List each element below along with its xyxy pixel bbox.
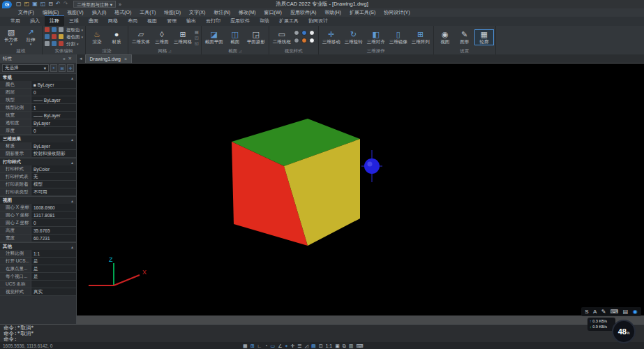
- visual-style-swatch[interactable]: [301, 30, 307, 36]
- ribbon-tab[interactable]: 插入: [25, 16, 45, 26]
- workspace-dropdown[interactable]: 二维草图与注释 ▾: [73, 1, 116, 8]
- property-row[interactable]: 在原点显... 是: [0, 265, 76, 273]
- status-toggle-icon[interactable]: ▣: [335, 343, 340, 349]
- status-toggle-icon[interactable]: ◔: [264, 343, 267, 349]
- ribbon-button[interactable]: ▦ 轮廓: [475, 30, 493, 45]
- ribbon-button[interactable]: 提取边 ▾: [66, 27, 83, 34]
- status-toggle-icon[interactable]: ∠: [278, 343, 282, 349]
- ribbon-button[interactable]: 分割 ▾: [66, 41, 83, 47]
- ribbon-tab[interactable]: 布局: [123, 16, 142, 26]
- ribbon-tab[interactable]: 常用: [6, 16, 25, 26]
- property-value[interactable]: —— ByLayer: [31, 112, 76, 119]
- property-row[interactable]: 打印样式表 无: [0, 173, 76, 181]
- solid-edit-icon[interactable]: [45, 41, 50, 46]
- property-row[interactable]: 打印表类型 不可用: [0, 188, 76, 196]
- ribbon-button[interactable]: ◪ 截面平面: [204, 30, 225, 45]
- ime-icon[interactable]: S: [585, 309, 588, 315]
- ribbon-button[interactable]: ◧ 三维对齐: [366, 30, 387, 45]
- property-row[interactable]: 透明度 ByLayer: [0, 119, 76, 127]
- menu-item[interactable]: 帮助(H): [320, 9, 345, 16]
- menu-item[interactable]: 视图(V): [63, 9, 87, 16]
- ribbon-button[interactable]: ⊞ 三维网格: [172, 30, 193, 45]
- ribbon-button[interactable]: ▧ 长方体 ▾: [2, 28, 20, 46]
- palette-close-icon[interactable]: ✕: [67, 56, 73, 61]
- dialog-launcher-icon[interactable]: ◿: [239, 49, 241, 53]
- property-value[interactable]: 真实: [31, 288, 76, 295]
- ribbon-button[interactable]: ✛ 三维移动: [321, 30, 342, 45]
- menu-item[interactable]: 插入(I): [88, 9, 111, 16]
- property-value[interactable]: 60.7231: [31, 235, 76, 242]
- status-toggle-icon[interactable]: ∟: [257, 343, 262, 349]
- property-value[interactable]: 不可用: [31, 188, 76, 195]
- ribbon-button[interactable]: ✎ 图形: [456, 30, 474, 45]
- dialog-launcher-icon[interactable]: ◿: [168, 49, 171, 53]
- property-row[interactable]: 打印表附着 模型: [0, 181, 76, 188]
- gizmo-sphere[interactable]: [364, 158, 380, 174]
- ribbon-button[interactable]: ◉ 视图: [436, 30, 454, 45]
- ribbon-tab[interactable]: 视图: [142, 16, 162, 26]
- menu-item[interactable]: 扩展工具(S): [345, 9, 380, 16]
- property-row[interactable]: 图层 0: [0, 89, 76, 96]
- ribbon-tab[interactable]: 协同设计: [304, 16, 333, 26]
- mesh-side-icon[interactable]: ▤: [195, 29, 199, 34]
- qat-more-icon[interactable]: »: [119, 2, 121, 7]
- ribbon-tab[interactable]: 网格: [103, 16, 123, 26]
- visual-style-swatch[interactable]: [294, 38, 299, 43]
- ime-icon[interactable]: ◉: [633, 309, 638, 315]
- command-prompt[interactable]: 命令:: [3, 336, 644, 342]
- property-value[interactable]: 0: [31, 219, 76, 226]
- property-row[interactable]: UCS 名称: [0, 281, 76, 288]
- ime-icon[interactable]: ▤: [623, 309, 629, 315]
- quick-select-icon[interactable]: ⊞: [59, 64, 66, 72]
- property-row[interactable]: 厚度 0: [0, 127, 76, 135]
- ribbon-button[interactable]: ◊ 三维面: [153, 30, 171, 45]
- status-toggle-icon[interactable]: 1:1: [326, 343, 333, 349]
- property-row[interactable]: 圆心 X 坐标 1608.6960: [0, 204, 76, 211]
- ime-icon[interactable]: ✎: [601, 309, 606, 315]
- status-toggle-icon[interactable]: ◿: [305, 343, 308, 349]
- visual-style-swatch[interactable]: [309, 38, 315, 43]
- quick-select-icon[interactable]: ⌖: [50, 64, 57, 72]
- ime-icon[interactable]: ⌨: [611, 309, 619, 315]
- ribbon-button[interactable]: ▯ 三维镜像: [388, 30, 409, 45]
- status-toggle-icon[interactable]: ⌨: [356, 343, 363, 349]
- solid-edit-icon[interactable]: [45, 34, 50, 39]
- ribbon-button[interactable]: 着色面 ▾: [66, 34, 83, 40]
- menu-item[interactable]: 协同设计(Y): [380, 9, 414, 16]
- solid-edit-icon[interactable]: [59, 34, 63, 39]
- property-value[interactable]: 0: [31, 127, 76, 134]
- menu-item[interactable]: 修改(M): [234, 9, 260, 16]
- menu-item[interactable]: 绘图(D): [160, 9, 185, 16]
- visual-style-button[interactable]: ▭ 二维线框: [271, 30, 292, 45]
- property-row[interactable]: 每个视口... 是: [0, 273, 76, 281]
- ribbon-tab[interactable]: 输出: [181, 16, 201, 26]
- mesh-side-icon[interactable]: ◰: [195, 35, 199, 40]
- property-value[interactable]: [31, 281, 76, 288]
- property-section-header[interactable]: 常规 ▴: [0, 73, 76, 81]
- command-window[interactable]: 命令:*取消* 命令:*取消* 命令:: [0, 324, 644, 342]
- property-value[interactable]: —— ByLayer: [31, 96, 76, 103]
- file-tab-drawing1[interactable]: Drawing1.dwg ×: [85, 54, 132, 63]
- qat-icon[interactable]: ↶: [56, 1, 61, 8]
- property-value[interactable]: 投射和接收阴影: [31, 150, 76, 157]
- menu-item[interactable]: 标注(N): [209, 9, 234, 16]
- ribbon-tab[interactable]: 曲面: [84, 16, 103, 26]
- property-row[interactable]: 宽度 60.7231: [0, 235, 76, 242]
- menu-item[interactable]: 窗口(W): [260, 9, 286, 16]
- status-toggle-icon[interactable]: ▥: [349, 343, 354, 349]
- ribbon-button[interactable]: ◫ 截面: [226, 30, 244, 45]
- ribbon-tab[interactable]: 云打印: [201, 16, 225, 26]
- qat-icon[interactable]: ▢: [16, 1, 22, 8]
- status-toggle-icon[interactable]: ✛: [290, 343, 294, 349]
- solid-edit-icon[interactable]: [59, 27, 63, 32]
- property-value[interactable]: 35.6765: [31, 227, 76, 234]
- property-row[interactable]: 线型 —— ByLayer: [0, 96, 76, 104]
- visual-style-swatch[interactable]: [301, 38, 307, 43]
- ribbon-tab[interactable]: 三维: [64, 16, 84, 26]
- ribbon-button[interactable]: ▱ 二维实体: [130, 30, 151, 45]
- property-row[interactable]: 打印样式 ByColor: [0, 165, 76, 173]
- property-section-header[interactable]: 打印样式 ▴: [0, 158, 76, 165]
- quick-select-icon[interactable]: ✛: [67, 64, 74, 72]
- status-toggle-icon[interactable]: ⊞: [250, 343, 255, 349]
- status-toggle-icon[interactable]: ⊡: [319, 343, 323, 349]
